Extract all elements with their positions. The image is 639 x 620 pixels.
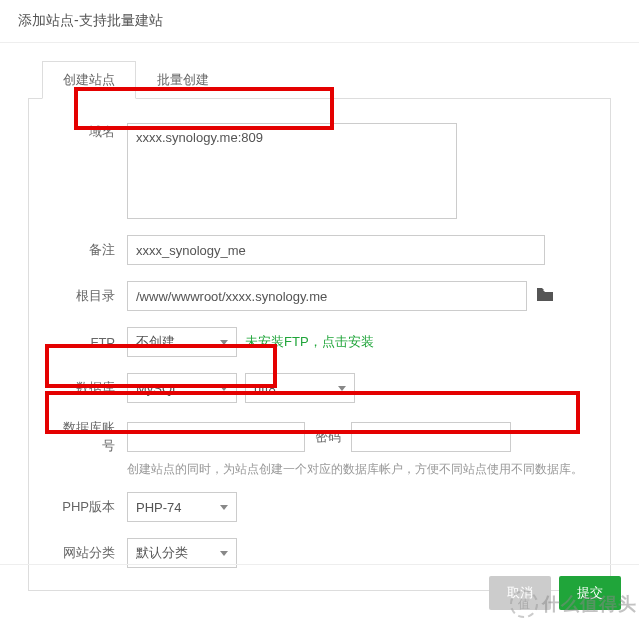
- db-pass-input[interactable]: [351, 422, 511, 452]
- chevron-down-icon: [220, 551, 228, 556]
- cancel-button[interactable]: 取消: [489, 576, 551, 610]
- label-root: 根目录: [51, 287, 127, 305]
- folder-icon[interactable]: [537, 288, 553, 305]
- db-select[interactable]: MySQL: [127, 373, 237, 403]
- label-remark: 备注: [51, 241, 127, 259]
- php-select[interactable]: PHP-74: [127, 492, 237, 522]
- chevron-down-icon: [220, 386, 228, 391]
- dialog-content: 创建站点 批量创建 域名 xxxx.synology.me:809 备注 根目录…: [0, 43, 639, 601]
- db-charset-value: utf8: [254, 381, 276, 396]
- label-db-pass: 密码: [305, 428, 351, 446]
- row-ftp: FTP 不创建 未安装FTP，点击安装: [51, 327, 588, 357]
- tab-create-site[interactable]: 创建站点: [42, 61, 136, 99]
- root-input[interactable]: [127, 281, 527, 311]
- dialog-footer: 取消 提交: [0, 564, 639, 620]
- php-select-value: PHP-74: [136, 500, 182, 515]
- ftp-select-value: 不创建: [136, 333, 175, 351]
- label-domain: 域名: [51, 123, 127, 141]
- row-domain: 域名 xxxx.synology.me:809: [51, 123, 588, 219]
- row-db: 数据库 MySQL utf8: [51, 373, 588, 403]
- chevron-down-icon: [338, 386, 346, 391]
- form-panel: 域名 xxxx.synology.me:809 备注 根目录 FTP 不创建: [28, 98, 611, 591]
- db-helper-text: 创建站点的同时，为站点创建一个对应的数据库帐户，方便不同站点使用不同数据库。: [127, 461, 588, 478]
- domain-input[interactable]: xxxx.synology.me:809: [127, 123, 457, 219]
- label-db-user: 数据库账号: [51, 419, 127, 455]
- label-ftp: FTP: [51, 335, 127, 350]
- ftp-install-link[interactable]: 未安装FTP，点击安装: [245, 333, 374, 351]
- chevron-down-icon: [220, 505, 228, 510]
- ftp-select[interactable]: 不创建: [127, 327, 237, 357]
- row-db-user: 数据库账号 密码: [51, 419, 588, 455]
- row-php: PHP版本 PHP-74: [51, 492, 588, 522]
- dialog-title: 添加站点-支持批量建站: [0, 0, 639, 43]
- db-charset-select[interactable]: utf8: [245, 373, 355, 403]
- db-user-input[interactable]: [127, 422, 305, 452]
- remark-input[interactable]: [127, 235, 545, 265]
- submit-button[interactable]: 提交: [559, 576, 621, 610]
- label-category: 网站分类: [51, 544, 127, 562]
- row-root: 根目录: [51, 281, 588, 311]
- tab-batch-create[interactable]: 批量创建: [136, 61, 230, 99]
- tabs: 创建站点 批量创建: [42, 61, 611, 99]
- db-select-value: MySQL: [136, 381, 179, 396]
- category-select-value: 默认分类: [136, 544, 188, 562]
- label-php: PHP版本: [51, 498, 127, 516]
- row-remark: 备注: [51, 235, 588, 265]
- chevron-down-icon: [220, 340, 228, 345]
- label-db: 数据库: [51, 379, 127, 397]
- add-site-dialog: 添加站点-支持批量建站 创建站点 批量创建 域名 xxxx.synology.m…: [0, 0, 639, 601]
